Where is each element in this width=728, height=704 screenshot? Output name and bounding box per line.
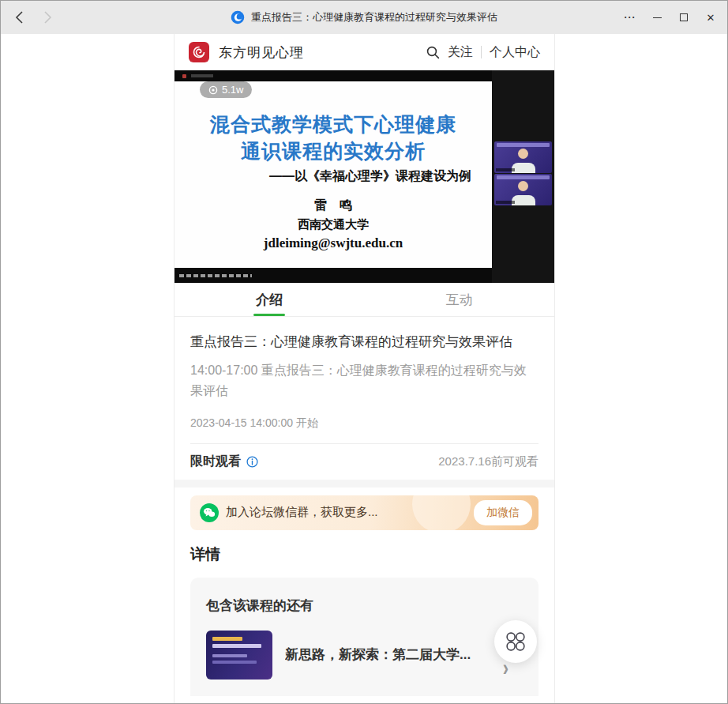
column-border-right xyxy=(554,34,555,704)
minimize-button[interactable] xyxy=(648,9,666,26)
xiaoetong-logo-icon xyxy=(231,10,245,24)
speaker-email: jdleiming@swjtu.edu.cn xyxy=(174,235,492,251)
view-count-badge: 5.1w xyxy=(200,81,252,98)
page-body: 东方明见心理 关注 个人中心 混合式教学模式下心理健康 通识课程的实效分 xyxy=(1,34,727,704)
window-titlebar: 重点报告三：心理健康教育课程的过程研究与效果评估 ··· ✕ xyxy=(1,1,727,34)
course-info-section: 重点报告三：心理健康教育课程的过程研究与效果评估 14:00-17:00 重点报… xyxy=(174,317,554,480)
viewing-deadline: 2023.7.16前可观看 xyxy=(438,454,538,469)
header-divider xyxy=(481,46,482,58)
participant-thumbnail[interactable] xyxy=(494,141,552,173)
video-caption-text xyxy=(179,274,252,277)
clover-grid-icon xyxy=(505,631,526,652)
limited-viewing-label: 限时观看 xyxy=(190,454,241,470)
wechat-group-banner[interactable]: 加入论坛微信群，获取更多... 加微信 xyxy=(190,495,538,530)
slide-title: 混合式教学模式下心理健康 通识课程的实效分析 xyxy=(174,111,492,165)
view-count-icon xyxy=(208,85,218,95)
course-start-time: 2023-04-15 14:00:00 开始 xyxy=(190,416,538,431)
presentation-slide: 混合式教学模式下心理健康 通识课程的实效分析 ——以《幸福心理学》课程建设为例 … xyxy=(174,81,492,268)
participant-strip xyxy=(492,70,554,283)
details-heading: 详情 xyxy=(190,544,538,565)
more-menu-button[interactable]: ··· xyxy=(621,9,639,26)
limited-viewing-row: 限时观看 2023.7.16前可观看 xyxy=(190,443,538,480)
maximize-button[interactable] xyxy=(675,9,692,26)
tab-bar: 介绍 互动 xyxy=(174,283,554,317)
tab-interact[interactable]: 互动 xyxy=(365,283,555,316)
brand-name[interactable]: 东方明见心理 xyxy=(219,43,426,62)
banner-text: 加入论坛微信群，获取更多... xyxy=(226,505,474,520)
slide-subtitle: ——以《幸福心理学》课程建设为例 xyxy=(174,168,471,185)
window-title: 重点报告三：心理健康教育课程的过程研究与效果评估 xyxy=(251,10,497,24)
view-count-value: 5.1w xyxy=(222,84,243,96)
course-title: 重点报告三：心理健康教育课程的过程研究与效果评估 xyxy=(190,333,538,351)
live-record-label xyxy=(191,74,213,77)
site-header: 东方明见心理 关注 个人中心 xyxy=(174,34,554,70)
related-courses-card: 包含该课程的还有 新思路，新探索：第二届大学... › xyxy=(190,578,538,696)
add-wechat-button[interactable]: 加微信 xyxy=(474,500,532,525)
wechat-icon xyxy=(200,503,219,522)
content-column: 东方明见心理 关注 个人中心 混合式教学模式下心理健康 通识课程的实效分 xyxy=(174,34,554,704)
related-thumbnail xyxy=(206,631,272,680)
video-player[interactable]: 混合式教学模式下心理健康 通识课程的实效分析 ——以《幸福心理学》课程建设为例 … xyxy=(174,70,554,283)
video-bottom-bar xyxy=(174,268,492,283)
speaker-name: 雷 鸣 xyxy=(174,198,492,214)
profile-center-link[interactable]: 个人中心 xyxy=(490,44,540,61)
course-schedule: 14:00-17:00 重点报告三：心理健康教育课程的过程研究与效果评估 xyxy=(190,360,538,402)
related-course-title: 新思路，新探索：第二届大学... xyxy=(285,646,499,664)
info-icon[interactable] xyxy=(246,456,258,468)
search-icon[interactable] xyxy=(426,46,440,59)
section-divider xyxy=(174,480,554,488)
slide-speaker-block: 雷 鸣 西南交通大学 jdleiming@swjtu.edu.cn xyxy=(174,198,492,251)
quick-menu-float-button[interactable] xyxy=(494,620,537,663)
speaker-affiliation: 西南交通大学 xyxy=(174,217,492,232)
tab-intro[interactable]: 介绍 xyxy=(174,283,365,316)
related-course-item[interactable]: 新思路，新探索：第二届大学... xyxy=(206,631,523,680)
participant-thumbnail[interactable] xyxy=(494,174,552,205)
live-record-dot xyxy=(182,74,186,78)
follow-button[interactable]: 关注 xyxy=(448,44,473,61)
brand-logo-icon[interactable] xyxy=(189,42,209,62)
close-button[interactable]: ✕ xyxy=(702,9,719,26)
related-heading: 包含该课程的还有 xyxy=(206,597,523,615)
